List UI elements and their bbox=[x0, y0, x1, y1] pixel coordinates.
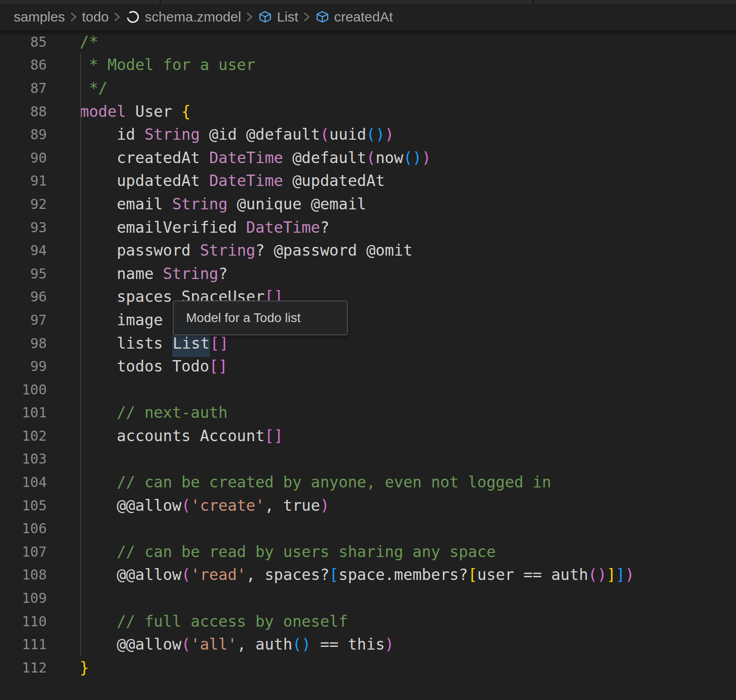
line-number[interactable]: 86 bbox=[0, 57, 47, 73]
code-line-100[interactable]: 100 bbox=[0, 378, 736, 401]
token: [ bbox=[330, 566, 339, 584]
token: 'all' bbox=[191, 635, 237, 653]
token: ? bbox=[320, 219, 329, 236]
code-line-87[interactable]: 87 */ bbox=[0, 77, 736, 100]
code-text: password String? @password @omit bbox=[47, 241, 412, 259]
line-number[interactable]: 104 bbox=[0, 474, 47, 490]
breadcrumb-folder-todo[interactable]: todo bbox=[82, 9, 109, 25]
line-number[interactable]: 91 bbox=[0, 173, 47, 189]
code-line-105[interactable]: 105 @@allow('create', true) bbox=[0, 494, 736, 517]
token: [] bbox=[209, 357, 227, 375]
token: , auth bbox=[237, 635, 292, 653]
line-number[interactable]: 87 bbox=[0, 80, 47, 96]
token: DateTime bbox=[246, 219, 320, 236]
code-line-103[interactable]: 103 bbox=[0, 448, 736, 471]
code-text: model User { bbox=[47, 103, 191, 120]
code-line-85[interactable]: 85/* bbox=[0, 30, 736, 54]
line-number[interactable]: 89 bbox=[0, 126, 47, 142]
line-number[interactable]: 112 bbox=[0, 660, 47, 676]
code-text: // full access by oneself bbox=[47, 612, 348, 630]
line-number[interactable]: 101 bbox=[0, 405, 47, 421]
token: */ bbox=[80, 79, 108, 97]
code-line-101[interactable]: 101 // next-auth bbox=[0, 401, 736, 425]
line-number[interactable]: 108 bbox=[0, 567, 47, 583]
token: ] bbox=[607, 566, 616, 584]
code-line-111[interactable]: 111 @@allow('all', auth() == this) bbox=[0, 633, 736, 656]
code-text: email String @unique @email bbox=[47, 195, 366, 213]
line-number[interactable]: 95 bbox=[0, 266, 47, 282]
line-number[interactable]: 107 bbox=[0, 544, 47, 560]
code-line-97[interactable]: 97 image bbox=[0, 308, 736, 332]
token: @unique @email bbox=[228, 195, 367, 213]
token: String bbox=[144, 126, 200, 143]
code-text: @@allow('create', true) bbox=[47, 497, 330, 514]
code-line-112[interactable]: 112} bbox=[0, 656, 736, 679]
token: , spaces? bbox=[246, 566, 330, 584]
code-line-88[interactable]: 88model User { bbox=[0, 100, 736, 123]
code-text: emailVerified DateTime? bbox=[47, 219, 330, 236]
code-line-95[interactable]: 95 name String? bbox=[0, 262, 736, 285]
line-number[interactable]: 96 bbox=[0, 289, 47, 305]
token: () bbox=[588, 566, 606, 584]
token: @@allow bbox=[80, 497, 181, 514]
line-number[interactable]: 106 bbox=[0, 520, 47, 536]
breadcrumb-symbol-createdat[interactable]: createdAt bbox=[334, 9, 393, 25]
token: space.members? bbox=[339, 566, 468, 584]
code-line-109[interactable]: 109 bbox=[0, 586, 736, 610]
line-number[interactable]: 98 bbox=[0, 335, 47, 351]
code-line-104[interactable]: 104 // can be created by anyone, even no… bbox=[0, 470, 736, 494]
token: ? bbox=[219, 265, 228, 283]
code-line-92[interactable]: 92 email String @unique @email bbox=[0, 192, 736, 216]
code-line-106[interactable]: 106 bbox=[0, 517, 736, 540]
line-number[interactable]: 111 bbox=[0, 636, 47, 652]
code-line-99[interactable]: 99 todos Todo[] bbox=[0, 355, 736, 378]
token: /* bbox=[80, 33, 98, 51]
code-line-91[interactable]: 91 updatedAt DateTime @updatedAt bbox=[0, 170, 736, 193]
line-number[interactable]: 85 bbox=[0, 34, 47, 50]
token: updatedAt bbox=[80, 172, 209, 190]
line-number[interactable]: 100 bbox=[0, 382, 47, 398]
token: () bbox=[292, 635, 311, 653]
line-number[interactable]: 93 bbox=[0, 219, 47, 235]
breadcrumb-symbol-list[interactable]: List bbox=[277, 9, 298, 25]
code-editor[interactable]: 85/*86 * Model for a user87 */88model Us… bbox=[0, 30, 736, 700]
line-number[interactable]: 90 bbox=[0, 150, 47, 166]
line-number[interactable]: 88 bbox=[0, 104, 47, 120]
code-line-94[interactable]: 94 password String? @password @omit bbox=[0, 239, 736, 262]
line-number[interactable]: 110 bbox=[0, 613, 47, 629]
token: ( bbox=[181, 566, 191, 584]
line-number[interactable]: 99 bbox=[0, 358, 47, 374]
token: [] bbox=[264, 427, 283, 445]
line-number[interactable]: 97 bbox=[0, 312, 47, 328]
code-text: updatedAt DateTime @updatedAt bbox=[47, 172, 385, 190]
token: ? @password @omit bbox=[255, 241, 412, 259]
code-text: @@allow('read', spaces?[space.members?[u… bbox=[47, 566, 634, 584]
breadcrumb-folder-samples[interactable]: samples bbox=[14, 9, 65, 25]
code-text: * Model for a user bbox=[47, 56, 255, 74]
line-number[interactable]: 94 bbox=[0, 242, 47, 258]
line-number[interactable]: 105 bbox=[0, 498, 47, 514]
code-line-93[interactable]: 93 emailVerified DateTime? bbox=[0, 216, 736, 239]
token: @@allow bbox=[80, 566, 181, 584]
line-number[interactable]: 103 bbox=[0, 451, 47, 467]
code-line-96[interactable]: 96 spaces SpaceUser[] bbox=[0, 285, 736, 309]
token: model bbox=[80, 103, 126, 120]
code-text: } bbox=[47, 659, 89, 677]
token: // next-auth bbox=[80, 404, 228, 421]
code-line-102[interactable]: 102 accounts Account[] bbox=[0, 424, 736, 448]
line-number[interactable]: 109 bbox=[0, 590, 47, 606]
code-line-110[interactable]: 110 // full access by oneself bbox=[0, 610, 736, 633]
code-line-107[interactable]: 107 // can be read by users sharing any … bbox=[0, 540, 736, 563]
code-line-108[interactable]: 108 @@allow('read', spaces?[space.member… bbox=[0, 563, 736, 587]
token: // full access by oneself bbox=[80, 612, 348, 630]
line-number[interactable]: 92 bbox=[0, 196, 47, 212]
line-number[interactable]: 102 bbox=[0, 428, 47, 444]
code-line-90[interactable]: 90 createdAt DateTime @default(now()) bbox=[0, 146, 736, 170]
token: DateTime bbox=[209, 149, 283, 167]
code-line-89[interactable]: 89 id String @id @default(uuid()) bbox=[0, 123, 736, 146]
token: todos Todo bbox=[80, 357, 209, 375]
code-line-86[interactable]: 86 * Model for a user bbox=[0, 54, 736, 77]
token: emailVerified bbox=[80, 219, 246, 236]
breadcrumb-file-schema-zmodel[interactable]: schema.zmodel bbox=[145, 9, 241, 25]
code-line-98[interactable]: 98 lists List[] bbox=[0, 332, 736, 355]
